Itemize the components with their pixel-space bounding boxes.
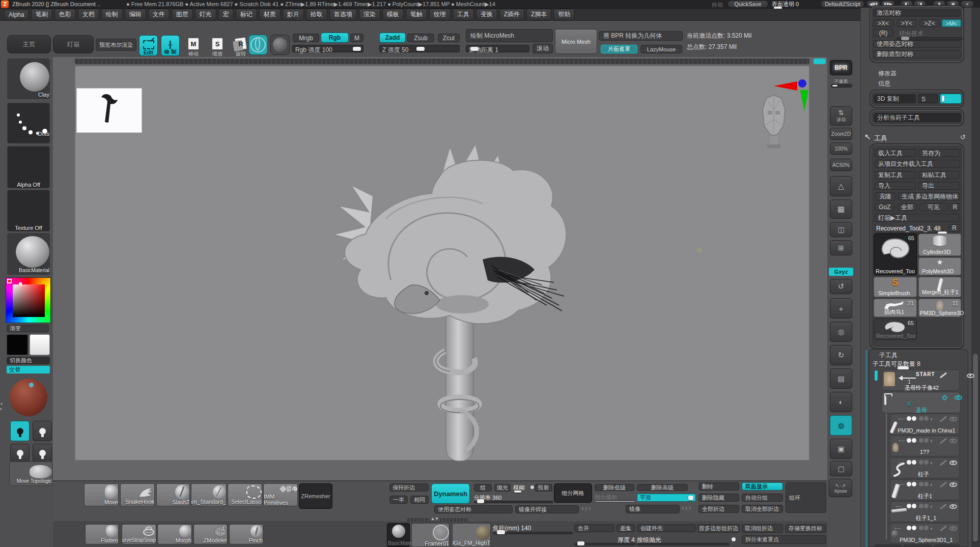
rgb-intensity-slider[interactable]: Rgb 强度 100 bbox=[292, 45, 363, 52]
same-button[interactable]: 相同 bbox=[410, 496, 429, 504]
copy-tool-button[interactable]: 复制工具 bbox=[875, 171, 916, 179]
menu-document[interactable]: 文档 bbox=[78, 9, 99, 20]
dynamic-persp-button[interactable]: △ bbox=[830, 176, 852, 196]
lightbox-button[interactable]: 灯箱 bbox=[53, 35, 94, 53]
move-gizmo-button[interactable]: + bbox=[830, 298, 852, 319]
current-stroke-thumb[interactable]: Dots bbox=[7, 103, 50, 143]
tool-r-button[interactable]: R bbox=[948, 224, 960, 232]
rotate-tool[interactable]: R 旋转 bbox=[233, 38, 248, 58]
menu-draw[interactable]: 绘制 bbox=[101, 9, 123, 20]
project-button[interactable]: 投射 bbox=[535, 484, 552, 492]
focal-length-slider[interactable]: 焦距(mm) 140 bbox=[493, 524, 572, 533]
subtool-item-5[interactable]: ⟵ ◐ 柱子 bbox=[890, 457, 960, 478]
local-sym-button[interactable]: ◫ bbox=[830, 222, 852, 237]
subtool-item-8[interactable]: ⟵ ◐ PM3D_Sphere3D1_1 bbox=[890, 523, 960, 543]
gxyz-button[interactable]: Gxyz bbox=[829, 268, 853, 276]
main-color-swatch[interactable] bbox=[7, 334, 28, 355]
menu-alpha[interactable]: Alpha bbox=[4, 10, 29, 20]
sym-x-button[interactable]: >X< bbox=[873, 19, 893, 27]
subpixel-slider[interactable]: 子像素 bbox=[829, 77, 853, 88]
tool-thumb-merged[interactable]: Merged_柱子1 bbox=[918, 277, 961, 297]
goz-visible-button[interactable]: 可见 bbox=[919, 203, 948, 211]
document-area[interactable] bbox=[75, 66, 809, 460]
polish-groups-radio[interactable] bbox=[732, 537, 736, 541]
subtool-item-4[interactable]: ⟵ ◐ 1?? bbox=[890, 436, 960, 456]
subtool-footer-button-3[interactable] bbox=[934, 544, 960, 547]
goz-button[interactable]: GoZ bbox=[875, 203, 895, 211]
menu-color[interactable]: 色彩 bbox=[54, 9, 76, 20]
uncrease-polygroups-button[interactable]: 取消组折边 bbox=[742, 524, 783, 533]
canvas-scrollbar-highlight[interactable] bbox=[814, 59, 826, 64]
light-toggle-3[interactable] bbox=[10, 444, 30, 463]
current-brush-thumb[interactable]: Clay bbox=[7, 59, 50, 99]
groups-button[interactable]: 组 bbox=[474, 484, 492, 492]
tool-thumb-polymesh[interactable]: ★ PolyMesh3D bbox=[918, 257, 961, 275]
move-topological-thumb[interactable]: Move Topologic bbox=[9, 462, 52, 486]
paint-icon[interactable] bbox=[940, 372, 947, 378]
menu-zscript[interactable]: Z脚本 bbox=[526, 9, 551, 20]
sym-y-button[interactable]: >Y< bbox=[897, 19, 917, 27]
paint-icon[interactable] bbox=[940, 438, 947, 444]
tool-thumb-recovered-dim[interactable]: 65 Recovered_Too bbox=[874, 319, 917, 340]
brush-thumb-snakehook[interactable]: SnakeHook bbox=[120, 483, 155, 506]
light-toggle-2[interactable] bbox=[33, 421, 52, 441]
material-thumb-zbgs[interactable]: ZBGs_FM_HighT bbox=[452, 523, 491, 547]
texture-thumb[interactable]: Texture Off bbox=[7, 190, 50, 232]
sym-z-button[interactable]: >Z< bbox=[919, 19, 940, 27]
tool-thumb-cylinder[interactable]: Cylinder3D bbox=[918, 234, 961, 256]
modifiers-label[interactable]: 修改器 bbox=[878, 69, 897, 78]
zremesher-button[interactable]: ZRemesher bbox=[299, 483, 332, 509]
folder-icon[interactable] bbox=[884, 396, 886, 405]
draw-micromesh-button[interactable]: 绘制 MicroMesh bbox=[466, 29, 553, 42]
preview-boolean-button[interactable]: 预览布尔渲染 bbox=[96, 39, 136, 51]
m-button[interactable]: M bbox=[350, 34, 363, 42]
split-unmasked-button[interactable]: 拆分未遮罩点 bbox=[742, 535, 826, 544]
secondary-color-swatch[interactable] bbox=[30, 334, 50, 355]
menu-marker[interactable]: 标记 bbox=[236, 9, 257, 20]
material-thumb-framer01[interactable]: Framer01 bbox=[411, 523, 450, 547]
export-button[interactable]: 导出 bbox=[918, 182, 960, 190]
alternate-button[interactable]: 交替 bbox=[7, 366, 50, 373]
smooth-sphere-toggle[interactable] bbox=[270, 35, 290, 55]
menu-layer[interactable]: 图层 bbox=[172, 9, 193, 20]
frame-mesh-button[interactable]: ⊞ bbox=[830, 240, 852, 255]
menu-file[interactable]: 文件 bbox=[148, 9, 170, 20]
light-toggle-4[interactable] bbox=[33, 444, 52, 463]
aa-half-button[interactable]: AC50% bbox=[830, 159, 852, 171]
subtool-title[interactable]: 子工具 bbox=[879, 351, 898, 360]
tool-palette-title[interactable]: 工具 bbox=[874, 134, 887, 143]
brush-thumb-pinch[interactable]: Pinch bbox=[229, 524, 263, 544]
eye-icon[interactable] bbox=[955, 395, 962, 400]
menu-macro[interactable]: 宏 bbox=[218, 9, 234, 20]
mrgb-button[interactable]: Mrgb bbox=[293, 34, 319, 42]
brush-thumb-damstandard[interactable]: Dam_Standard_ bbox=[191, 483, 227, 506]
z-intensity-slider[interactable]: Z 强度 50 bbox=[379, 45, 460, 52]
scroll-canvas-button[interactable]: ⇅滚动 bbox=[830, 106, 852, 126]
color-picker[interactable] bbox=[6, 277, 51, 323]
paint-icon[interactable] bbox=[940, 459, 947, 466]
solo-button[interactable]: ▣ bbox=[830, 439, 852, 459]
tool-thumb-sphere3d[interactable]: 11 PM3D_Sphere3D bbox=[918, 299, 961, 317]
mirror-axis-toggles[interactable]: x y z bbox=[682, 505, 691, 510]
menu-picker[interactable]: 拾取 bbox=[306, 9, 327, 20]
make-shell-button[interactable]: 创建外壳 bbox=[637, 524, 696, 532]
canvas-top-scrollbar[interactable] bbox=[75, 59, 809, 64]
menu-zplugin[interactable]: Z插件 bbox=[499, 9, 524, 20]
radial-r-button[interactable]: (R) bbox=[873, 29, 893, 37]
tool-history-icon[interactable]: ↺ bbox=[960, 133, 966, 141]
blur-slider[interactable]: 模糊 bbox=[513, 484, 533, 492]
thickness-slider[interactable]: 厚度 4 bbox=[574, 536, 635, 544]
import-button[interactable]: 导入 bbox=[875, 182, 916, 190]
mirrorweld-axis-toggles[interactable]: x y z bbox=[581, 506, 591, 511]
blur-radio[interactable] bbox=[530, 485, 534, 489]
home-button[interactable]: 主页 bbox=[7, 35, 51, 53]
subtool-item-1[interactable]: START 1 圣母怜子像42 bbox=[882, 369, 960, 391]
goz-r-button[interactable]: R bbox=[950, 203, 960, 211]
mirror-button[interactable]: 镜像 bbox=[626, 505, 680, 513]
tool-thumb-simplebrush[interactable]: S SimpleBrush bbox=[874, 277, 917, 297]
smooth-slider[interactable]: 平滑 bbox=[637, 494, 696, 502]
menu-help[interactable]: 帮助 bbox=[553, 9, 575, 20]
resolution-slider[interactable]: 分辨率 360 bbox=[474, 494, 552, 502]
brush-thumb-morph[interactable]: Morph bbox=[157, 524, 192, 544]
half-button[interactable]: 一半 bbox=[389, 496, 408, 504]
